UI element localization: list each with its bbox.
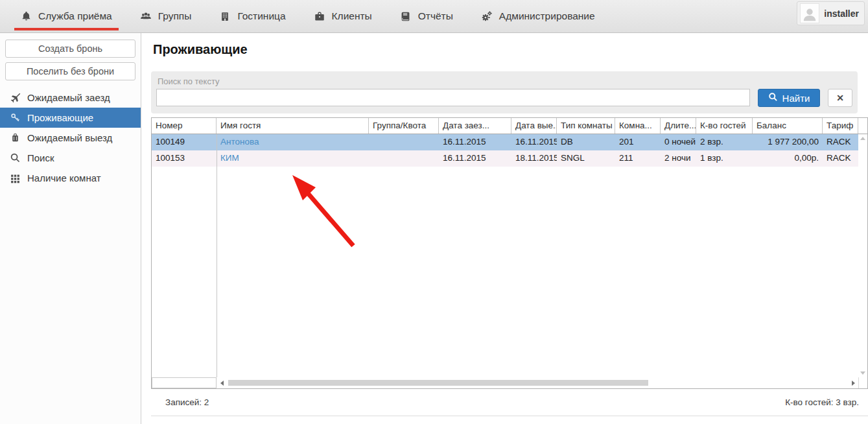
scrollbar-track[interactable] [227,380,848,386]
sidebar-item-2[interactable]: Ожидаемый выезд [0,128,141,148]
frozen-pane-scroll-box [152,377,217,388]
nav-tab-label: Отчёты [418,10,453,22]
table-row-0[interactable]: 100149Антонова16.11.201516.11.2015DB2010… [152,134,858,150]
frozen-column-divider [217,134,217,377]
plane-icon [10,92,21,103]
nav-tab-label: Клиенты [332,10,372,22]
guest-name-link[interactable]: Антонова [220,137,259,147]
cell-room: 201 [615,134,661,150]
cell-duration: 0 ночей [661,134,696,150]
column-header-departure[interactable]: Дата вые... [511,118,557,134]
vertical-scrollbar[interactable] [858,134,867,377]
checkin-without-booking-button[interactable]: Поселить без брони [5,62,135,80]
cell-guest: Антонова [217,134,369,150]
sidebar-item-label: Проживающие [27,112,93,123]
cell-arrival: 16.11.2015 [439,134,511,150]
sidebar: Создать бронь Поселить без брони Ожидаем… [0,33,141,424]
nav-tab-1[interactable]: Группы [129,0,209,32]
guests-total: К-во гостей: 3 взр. [785,397,859,416]
page-title: Проживающие [153,42,868,57]
sidebar-item-label: Поиск [27,152,54,163]
cell-balance: 1 977 200,00 [753,134,823,150]
column-header-number[interactable]: Номер [152,118,217,134]
briefcase-icon [313,10,326,23]
building-icon [218,10,231,23]
key-icon [10,112,21,123]
column-header-arrival[interactable]: Дата заез... [439,118,511,134]
book-icon [399,10,412,23]
table-row-1[interactable]: 100153КИМ16.11.201518.11.2015SNGL2112 но… [152,150,858,167]
sidebar-item-label: Ожидаемый заезд [27,92,110,103]
cell-departure: 16.11.2015 [511,134,557,150]
gears-icon [480,10,493,23]
cell-room_type: DB [557,134,615,150]
cell-duration: 2 ночи [661,150,696,167]
column-header-rate[interactable]: Тариф [823,118,858,134]
main-content: Проживающие Поиск по тексту Найти ✕ Номе… [141,33,868,424]
records-count: Записей: 2 [165,397,209,416]
scrollbar-corner [858,377,867,388]
search-icon [768,92,778,104]
scrollbar-thumb[interactable] [228,380,648,386]
people-icon [139,10,152,23]
cell-number: 100149 [152,134,217,150]
cell-guest: КИМ [217,150,369,167]
bell-icon [19,10,32,23]
find-button-label: Найти [782,93,810,104]
cell-departure: 18.11.2015 [511,150,557,167]
cell-guests: 1 взр. [696,150,753,167]
search-input[interactable] [156,89,750,106]
sidebar-item-1[interactable]: Проживающие [0,108,141,128]
table-body: 100149Антонова16.11.201516.11.2015DB2010… [152,134,858,377]
top-navigation: Служба приёмаГруппыГостиницаКлиентыОтчёт… [0,0,868,33]
cell-group [369,150,439,167]
scroll-up-icon[interactable] [860,137,865,140]
nav-tab-0[interactable]: Служба приёма [9,0,129,32]
column-header-duration[interactable]: Длите... [661,118,696,134]
nav-tab-4[interactable]: Отчёты [389,0,470,32]
cell-room_type: SNGL [557,150,615,167]
column-header-group[interactable]: Группа/Квота [369,118,439,134]
horizontal-scrollbar [152,377,867,388]
user-menu[interactable]: installer [797,1,865,25]
nav-tab-label: Служба приёма [38,10,112,22]
column-header-guests[interactable]: К-во гостей [696,118,753,134]
guest-name-link[interactable]: КИМ [220,153,239,163]
close-icon: ✕ [836,93,844,103]
nav-tab-label: Гостиница [237,10,285,22]
column-header-guest[interactable]: Имя гостя [217,118,369,134]
sidebar-item-label: Наличие комнат [27,172,101,183]
sidebar-item-0[interactable]: Ожидаемый заезд [0,88,141,108]
sidebar-item-label: Ожидаемый выезд [27,132,112,143]
cell-room: 211 [615,150,661,167]
search-icon [10,152,21,163]
scroll-left-icon[interactable] [217,381,227,386]
nav-tab-label: Группы [158,10,192,22]
cell-balance: 0,00р. [753,150,823,167]
suitcase-icon [10,132,21,143]
nav-tab-5[interactable]: Администрирование [470,0,612,32]
guests-table: НомерИмя гостяГруппа/КвотаДата заез...Да… [151,117,868,389]
clear-search-button[interactable]: ✕ [828,89,852,107]
cell-number: 100153 [152,150,217,167]
grid-icon [10,172,21,183]
sidebar-item-4[interactable]: Наличие комнат [0,168,141,188]
user-name: installer [824,8,859,19]
avatar-icon [800,3,819,23]
header-corner [858,118,867,134]
column-header-balance[interactable]: Баланс [753,118,823,134]
sidebar-item-3[interactable]: Поиск [0,148,141,168]
find-button[interactable]: Найти [758,89,820,107]
cell-arrival: 16.11.2015 [439,150,511,167]
nav-tab-3[interactable]: Клиенты [303,0,389,32]
table-header-row: НомерИмя гостяГруппа/КвотаДата заез...Да… [152,118,867,134]
nav-tab-2[interactable]: Гостиница [208,0,302,32]
nav-tabs: Служба приёмаГруппыГостиницаКлиентыОтчёт… [0,0,612,32]
scroll-down-icon[interactable] [860,371,865,375]
column-header-room[interactable]: Комна... [615,118,661,134]
create-booking-button[interactable]: Создать бронь [5,40,135,58]
search-panel: Поиск по тексту Найти ✕ [151,71,858,113]
scroll-right-icon[interactable] [848,381,858,386]
search-label: Поиск по тексту [158,77,852,86]
column-header-room_type[interactable]: Тип комнаты [557,118,615,134]
